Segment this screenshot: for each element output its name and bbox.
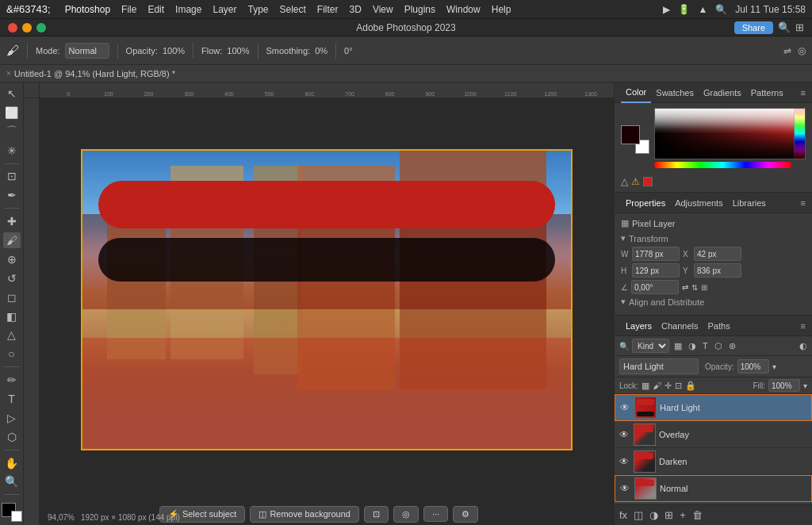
filter-adj-icon[interactable]: ◑ xyxy=(687,340,698,352)
brush-tool[interactable]: 🖌 xyxy=(3,232,21,248)
mode-select[interactable]: Normal xyxy=(65,43,109,59)
rect-select-tool[interactable]: ⬜ xyxy=(3,105,21,121)
settings-button[interactable]: ⚙ xyxy=(453,506,478,523)
symmetry-icon[interactable]: ⇌ xyxy=(783,45,791,56)
layer-eye-hard-light[interactable]: 👁 xyxy=(619,402,631,413)
color-gradient-picker[interactable] xyxy=(654,108,806,159)
stamp-tool[interactable]: ⊕ xyxy=(3,251,21,267)
close-button[interactable] xyxy=(8,23,17,33)
shape-tool[interactable]: ⬡ xyxy=(3,429,21,445)
lasso-tool[interactable]: ⌒ xyxy=(3,124,21,140)
add-adjustment-icon[interactable]: ◑ xyxy=(649,509,658,521)
hue-bar[interactable] xyxy=(794,109,805,159)
color-preview-swatch[interactable] xyxy=(643,177,653,186)
layer-eye-darken[interactable]: 👁 xyxy=(618,456,630,467)
wifi-icon[interactable]: ▲ xyxy=(698,4,707,15)
search-icon[interactable]: 🔍 xyxy=(715,4,727,15)
tab-patterns[interactable]: Patterns xyxy=(746,82,788,103)
layers-panel-menu-icon[interactable]: ≡ xyxy=(801,321,806,331)
fill-chevron-icon[interactable]: ▾ xyxy=(803,381,807,390)
maximize-button[interactable] xyxy=(36,23,46,33)
tab-gradients[interactable]: Gradients xyxy=(699,82,746,103)
filter-shape-icon[interactable]: ⬡ xyxy=(713,340,724,352)
playback-icon[interactable]: ▶ xyxy=(663,4,670,15)
lock-all-icon[interactable]: 🔒 xyxy=(685,381,696,391)
warp-icon[interactable]: ⊞ xyxy=(701,283,707,292)
layer-item-darken[interactable]: 👁 Darken xyxy=(615,448,812,475)
eraser-tool[interactable]: ◻ xyxy=(3,289,21,305)
layer-item-hard-light[interactable]: 👁 Hard Light xyxy=(615,394,812,421)
flip-h-icon[interactable]: ⇄ xyxy=(682,283,688,292)
props-panel-menu-icon[interactable]: ≡ xyxy=(801,198,806,208)
menu-window[interactable]: Window xyxy=(446,4,481,15)
height-input[interactable] xyxy=(632,263,680,278)
filter-toggle[interactable]: ◐ xyxy=(799,341,807,351)
brush-tool-icon[interactable]: 🖌 xyxy=(6,44,19,58)
x-input[interactable] xyxy=(694,247,741,261)
foreground-color-swatch[interactable] xyxy=(621,125,640,144)
smoothing-value[interactable]: 0% xyxy=(315,46,327,56)
opacity-value[interactable]: 100% xyxy=(163,46,185,56)
background-color[interactable] xyxy=(11,511,22,522)
y-input[interactable] xyxy=(694,263,741,278)
menu-edit[interactable]: Edit xyxy=(147,4,164,15)
target-icon-button[interactable]: ◎ xyxy=(393,506,419,523)
tab-paths[interactable]: Paths xyxy=(703,316,735,336)
layer-item-normal[interactable]: 👁 Normal xyxy=(615,475,812,502)
move-tool[interactable]: ↖ xyxy=(3,86,21,102)
align-chevron-icon[interactable]: ▾ xyxy=(621,297,626,307)
healing-tool[interactable]: ✚ xyxy=(3,213,21,229)
menu-3d[interactable]: 3D xyxy=(350,4,362,15)
more-button[interactable]: ··· xyxy=(423,506,448,522)
blur-tool[interactable]: △ xyxy=(3,328,21,343)
filter-smart-icon[interactable]: ⊛ xyxy=(727,340,737,352)
menu-select[interactable]: Select xyxy=(280,4,306,15)
path-select-tool[interactable]: ▷ xyxy=(3,410,21,426)
flow-value[interactable]: 100% xyxy=(227,46,249,56)
color-triangle-icon[interactable]: △ xyxy=(621,176,628,187)
remove-background-button[interactable]: ◫ Remove background xyxy=(250,506,359,523)
share-button[interactable]: Share xyxy=(734,21,773,34)
menu-help[interactable]: Help xyxy=(492,4,511,15)
menu-plugins[interactable]: Plugins xyxy=(404,4,435,15)
menu-view[interactable]: View xyxy=(373,4,393,15)
angle-value[interactable]: 0° xyxy=(344,46,353,56)
zoom-tool[interactable]: 🔍 xyxy=(3,474,21,490)
transform-chevron-icon[interactable]: ▾ xyxy=(621,233,626,243)
color-panel-menu-icon[interactable]: ≡ xyxy=(801,88,806,98)
delete-layer-icon[interactable]: 🗑 xyxy=(692,509,703,521)
create-layer-icon[interactable]: + xyxy=(680,509,686,521)
history-brush-tool[interactable]: ↺ xyxy=(3,270,21,286)
text-tool[interactable]: T xyxy=(3,391,21,407)
canvas-image[interactable] xyxy=(81,149,573,450)
search-panel-icon[interactable]: 🔍 xyxy=(778,21,791,33)
opacity-chevron-icon[interactable]: ▾ xyxy=(772,362,776,371)
magic-wand-tool[interactable]: ✳ xyxy=(3,143,21,159)
blend-mode-select[interactable]: Hard Light xyxy=(619,358,699,374)
flip-v-icon[interactable]: ⇅ xyxy=(691,283,698,292)
layer-item-overlay[interactable]: 👁 Overlay xyxy=(615,421,812,448)
filter-text-icon[interactable]: T xyxy=(701,340,710,351)
tab-swatches[interactable]: Swatches xyxy=(651,82,699,103)
panels-icon[interactable]: ⊞ xyxy=(795,21,804,33)
pressure-icon[interactable]: ◎ xyxy=(798,45,806,56)
tab-adjustments[interactable]: Adjustments xyxy=(670,193,728,213)
minimize-button[interactable] xyxy=(22,23,32,33)
hand-tool[interactable]: ✋ xyxy=(3,455,21,471)
tab-color[interactable]: Color xyxy=(621,82,651,103)
add-fx-icon[interactable]: fx xyxy=(619,509,627,521)
menu-filter[interactable]: Filter xyxy=(317,4,339,15)
tab-libraries[interactable]: Libraries xyxy=(728,193,771,213)
resize-icon-button[interactable]: ⊡ xyxy=(364,506,389,523)
opacity-input[interactable] xyxy=(737,359,769,374)
pen-tool[interactable]: ✏ xyxy=(3,372,21,388)
filter-type-select[interactable]: Kind xyxy=(632,339,669,353)
menu-photoshop[interactable]: Photoshop xyxy=(65,4,110,15)
create-group-icon[interactable]: ⊞ xyxy=(665,509,673,521)
menu-layer[interactable]: Layer xyxy=(213,4,236,15)
angle-input[interactable] xyxy=(631,280,679,294)
lock-artboard-icon[interactable]: ⊡ xyxy=(675,381,682,391)
menu-file[interactable]: File xyxy=(121,4,136,15)
crop-tool[interactable]: ⊡ xyxy=(3,168,21,184)
add-mask-icon[interactable]: ◫ xyxy=(634,509,643,521)
